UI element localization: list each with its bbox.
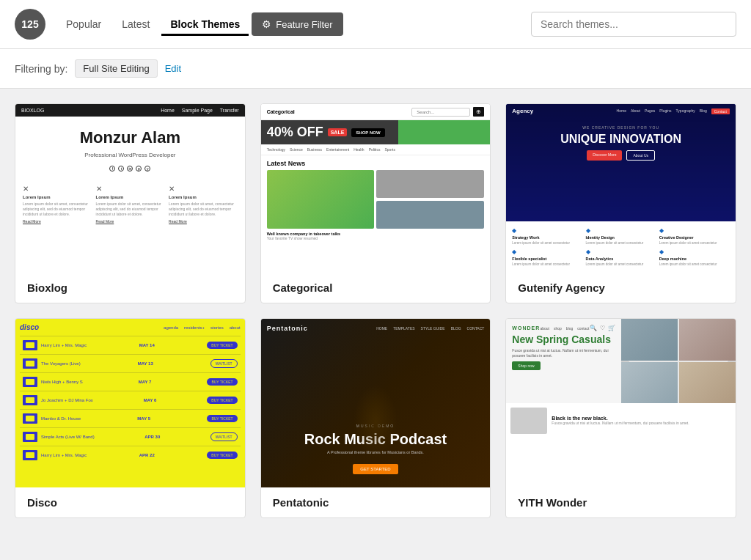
disco-logo: disco [20, 323, 39, 331]
nav-tabs: Popular Latest Block Themes ⚙ Feature Fi… [57, 12, 519, 36]
yith-shop-btn: Shop now [512, 361, 540, 370]
bioxlog-card-text-2: Lorem ipsum dolor sit amet, consectetur … [96, 202, 165, 217]
bioxlog-preview: BIOXLOG HomeSample PageTransfer Monzur A… [15, 104, 245, 273]
categorical-header: Categorical ⊕ [261, 104, 491, 120]
bioxlog-name: Bioxlog [15, 273, 245, 303]
bioxlog-card-icon-1: ✕ [23, 185, 92, 193]
disco-ticket-6: WAITLIST [210, 432, 238, 441]
disco-artist-3: Niels High + Benny S [23, 377, 83, 387]
social-dot-1: f [109, 166, 115, 172]
yith-name: YITH Wonder [506, 487, 736, 517]
gutenify-strategy-title: Strategy Work [512, 235, 582, 240]
disco-nav: agendaresidents+storiesabout [164, 325, 241, 330]
bioxlog-social-dots: f t in p y [109, 166, 150, 172]
page-wrapper: 125 Popular Latest Block Themes ⚙ Featur… [0, 0, 751, 533]
tab-block-themes[interactable]: Block Themes [161, 12, 249, 36]
theme-card-gutenify[interactable]: Agency HomeAboutPagesPluginsTypographyBl… [505, 103, 736, 303]
disco-event-1: Harry Lim + Mrs. Magic MAY 14 BUY TICKET [20, 336, 241, 354]
cat-img-bot [376, 201, 484, 229]
bioxlog-card-link-2: Read More [96, 219, 165, 224]
disco-artist-5: Mambo & Dr. House [23, 413, 81, 424]
disco-name-7: Harry Lim + Mrs. Magic [41, 453, 87, 457]
gutenify-name: Gutenify Agency [506, 273, 736, 303]
feature-filter-button[interactable]: ⚙ Feature Filter [252, 12, 342, 36]
disco-preview: disco agendaresidents+storiesabout Harry… [15, 319, 245, 487]
gutenify-card-analytics: ◆ Data Analytics Lorem ipsum dolor sit a… [586, 248, 656, 267]
theme-card-disco[interactable]: disco agendaresidents+storiesabout Harry… [15, 318, 246, 518]
bioxlog-subtitle: Professional WordPress Developer [84, 152, 175, 158]
gutenify-about-btn: About Us [626, 150, 655, 161]
pentatonic-name: Pentatonic [261, 487, 491, 517]
cat-img-large [267, 170, 375, 229]
tab-popular[interactable]: Popular [57, 12, 110, 36]
filter-bar: Filtering by: Full Site Editing Edit [0, 49, 751, 89]
gutenify-discover-btn: Discover More [587, 150, 622, 161]
identity-icon: ◆ [586, 227, 656, 234]
tab-latest[interactable]: Latest [113, 12, 158, 36]
disco-name-1: Harry Lim + Mrs. Magic [41, 343, 87, 347]
disco-date-6: APR 30 [144, 435, 160, 439]
disco-artist-6: Simple Acts (Live W/ Band) [23, 432, 95, 442]
gutenify-strategy-text: Lorem ipsum dolor sit amet consectetur [512, 241, 582, 246]
yith-hero-title: New Spring Casuals [512, 334, 615, 345]
disco-name-2: The Voyagers (Live) [41, 361, 81, 366]
pentatonic-preview: Pentatonic HOMETEMPLATESSTYLE GUIDEBLOGC… [261, 319, 491, 487]
disco-event-3: Niels High + Benny S MAY 7 BUY TICKET [20, 372, 241, 391]
yith-bottom-section: Black is the new black. Fusce gravida ut… [506, 403, 736, 487]
cat-img-top [376, 170, 484, 198]
yith-preview: WONDER aboutshopblogcontact 🔍 ♡ 🛒 New Sp… [506, 319, 736, 487]
disco-name-5: Mambo & Dr. House [41, 416, 81, 421]
gutenify-creative-title: Creative Designer [659, 235, 730, 240]
categorical-banner: 40% OFF SALE SHOP NOW [261, 120, 491, 144]
yith-top-left: WONDER aboutshopblogcontact 🔍 ♡ 🛒 New Sp… [506, 319, 620, 403]
disco-event-7: Harry Lim + Mrs. Magic APR 22 BUY TICKET [20, 446, 241, 464]
yith-cart-icon: 🛒 [608, 325, 615, 331]
gutenify-analytics-text: Lorem ipsum dolor sit amet consectetur [586, 262, 656, 267]
disco-artist-4: Jo Joachim + DJ Mina Fox [23, 395, 93, 405]
gear-icon: ⚙ [262, 18, 271, 30]
gutenify-card-flexible: ◆ Flexible specialist Lorem ipsum dolor … [512, 248, 582, 267]
gutenify-cards: ◆ Strategy Work Lorem ipsum dolor sit am… [506, 221, 736, 273]
gutenify-deep-text: Lorem ipsum dolor sit amet consectetur [659, 262, 730, 267]
bioxlog-card-link-1: Read More [23, 219, 92, 224]
bioxlog-header: BIOXLOG HomeSample PageTransfer [15, 104, 245, 117]
pentatonic-figure [353, 385, 398, 458]
gutenify-hero: WE CREATIVE DESIGN FOR YOU UNIQUE INNOVA… [506, 118, 736, 168]
social-dot-3: in [127, 166, 133, 172]
yith-heart-icon: ♡ [600, 325, 605, 331]
disco-name-4: Jo Joachim + DJ Mina Fox [41, 398, 93, 402]
categorical-logo: Categorical [267, 109, 295, 114]
bioxlog-card-title-1: Lorem Ipsum [23, 195, 92, 199]
gutenify-flexible-title: Flexible specialist [512, 257, 582, 261]
theme-count-badge: 125 [15, 9, 45, 40]
bioxlog-card-title-2: Lorem Ipsum [96, 195, 165, 199]
theme-card-bioxlog[interactable]: BIOXLOG HomeSample PageTransfer Monzur A… [15, 103, 246, 303]
theme-card-categorical[interactable]: Categorical ⊕ 40% OFF SALE SHOP NOW Tech… [260, 103, 491, 303]
filter-tag: Full Site Editing [75, 59, 157, 78]
theme-card-pentatonic[interactable]: Pentatonic HOMETEMPLATESSTYLE GUIDEBLOGC… [260, 318, 491, 518]
bioxlog-card-text-1: Lorem ipsum dolor sit amet, consectetur … [23, 202, 92, 217]
theme-card-yith[interactable]: WONDER aboutshopblogcontact 🔍 ♡ 🛒 New Sp… [505, 318, 736, 518]
disco-ticket-7: BUY TICKET [207, 452, 237, 459]
flexible-icon: ◆ [512, 248, 582, 255]
disco-event-5: Mambo & Dr. House MAY 5 BUY TICKET [20, 409, 241, 427]
categorical-main: Latest News Well known company in takeov… [267, 160, 485, 268]
yith-product-2 [679, 319, 736, 361]
categorical-name: Categorical [261, 273, 491, 303]
gutenify-card-strategy: ◆ Strategy Work Lorem ipsum dolor sit am… [512, 227, 582, 246]
filter-label: Filtering by: [15, 63, 67, 75]
bioxlog-card-icon-2: ✕ [96, 185, 165, 193]
categorical-body: Latest News Well known company in takeov… [261, 155, 491, 273]
gutenify-card-creative: ◆ Creative Designer Lorem ipsum dolor si… [659, 227, 730, 246]
yith-room-img [510, 408, 547, 434]
yith-product-4 [679, 362, 736, 404]
filter-edit-link[interactable]: Edit [165, 63, 181, 74]
disco-header: disco agendaresidents+storiesabout [20, 323, 241, 331]
bioxlog-card-1: ✕ Lorem Ipsum Lorem ipsum dolor sit amet… [23, 185, 92, 224]
disco-date-4: MAY 6 [144, 398, 157, 402]
categorical-search[interactable] [411, 108, 470, 117]
yith-block-title: Black is the new black. [552, 416, 689, 421]
gutenify-card-deep: ◆ Deep machine Lorem ipsum dolor sit ame… [659, 248, 730, 267]
gutenify-nav: Agency HomeAboutPagesPluginsTypographyBl… [506, 104, 736, 118]
search-input[interactable] [531, 12, 736, 37]
